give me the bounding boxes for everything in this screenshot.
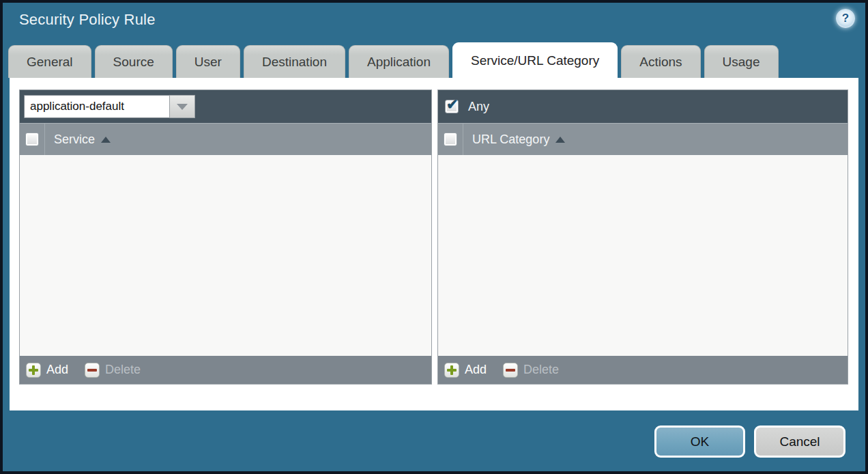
url-category-select-all-cell: [438, 124, 463, 155]
service-add-button[interactable]: Add: [26, 363, 68, 378]
url-category-column-label: URL Category: [472, 133, 549, 147]
cancel-button[interactable]: Cancel: [754, 426, 845, 458]
service-type-dropdown-button[interactable]: [169, 95, 195, 118]
tab-content-panel: Service Add Delete Any: [10, 78, 858, 410]
add-icon: [444, 363, 459, 378]
chevron-down-icon: [177, 104, 188, 110]
url-category-delete-label: Delete: [523, 363, 559, 377]
tab-bar: General Source User Destination Applicat…: [8, 42, 779, 78]
security-policy-rule-dialog: Security Policy Rule ? General Source Us…: [0, 0, 868, 474]
url-category-delete-button[interactable]: Delete: [503, 363, 559, 378]
dialog-title: Security Policy Rule: [19, 11, 156, 29]
service-toolbar: [20, 90, 431, 123]
url-category-column-header: URL Category: [438, 123, 848, 155]
service-delete-button[interactable]: Delete: [85, 363, 141, 378]
delete-icon: [503, 363, 518, 378]
service-select-all-checkbox[interactable]: [25, 133, 39, 146]
delete-icon: [85, 363, 100, 378]
url-category-toolbar: Any: [438, 90, 848, 123]
service-type-input[interactable]: [24, 95, 169, 118]
url-category-select-all-checkbox[interactable]: [444, 133, 457, 146]
url-category-panel: Any URL Category Add Delete: [437, 89, 848, 385]
service-list[interactable]: [20, 155, 431, 356]
tab-application[interactable]: Application: [349, 45, 449, 78]
service-column-header: Service: [20, 123, 431, 155]
service-type-combo: [24, 95, 195, 118]
tab-usage[interactable]: Usage: [704, 45, 779, 78]
sort-ascending-icon[interactable]: [101, 137, 111, 143]
ok-button[interactable]: OK: [654, 426, 745, 458]
help-icon[interactable]: ?: [836, 9, 855, 28]
url-category-add-label: Add: [465, 363, 487, 377]
service-delete-label: Delete: [105, 363, 141, 377]
sort-ascending-icon[interactable]: [555, 137, 565, 143]
add-icon: [26, 363, 41, 378]
any-row: Any: [442, 100, 489, 114]
service-select-all-cell: [20, 124, 45, 155]
tab-service-url-category[interactable]: Service/URL Category: [452, 42, 618, 78]
tab-destination[interactable]: Destination: [244, 45, 345, 78]
service-footer: Add Delete: [20, 356, 431, 384]
any-label: Any: [468, 100, 489, 114]
tab-general[interactable]: General: [8, 45, 91, 78]
url-category-add-button[interactable]: Add: [444, 363, 487, 378]
url-category-footer: Add Delete: [438, 356, 848, 384]
service-column-label: Service: [54, 133, 95, 147]
any-checkbox[interactable]: [445, 100, 459, 113]
service-panel: Service Add Delete: [19, 89, 432, 385]
service-add-label: Add: [46, 363, 68, 377]
tab-user[interactable]: User: [176, 45, 240, 78]
url-category-list[interactable]: [438, 155, 848, 356]
tab-source[interactable]: Source: [95, 45, 173, 78]
tab-actions[interactable]: Actions: [621, 45, 700, 78]
